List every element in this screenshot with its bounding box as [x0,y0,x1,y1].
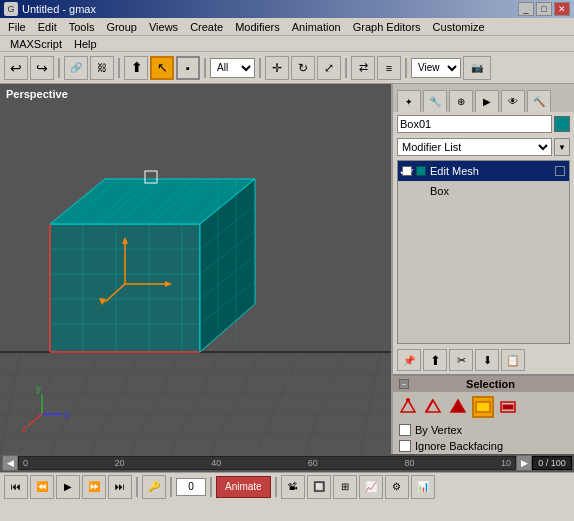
tab-utilities[interactable]: 🔨 [527,90,551,112]
select-edge-button[interactable] [422,396,444,418]
filter-select[interactable]: All Geometry Lights Cameras [210,58,255,78]
undo-button[interactable]: ↩ [4,56,28,80]
tab-hierarchy[interactable]: ⊕ [449,90,473,112]
animate-separator [275,477,277,497]
menu-views[interactable]: Views [143,20,184,34]
next-frame-button[interactable]: ⏩ [82,475,106,499]
menu-graph-editors[interactable]: Graph Editors [347,20,427,34]
snap-button[interactable]: 🔲 [307,475,331,499]
minimize-button[interactable]: _ [518,2,534,16]
object-color-swatch[interactable] [554,116,570,132]
select-region-button[interactable]: ▪ [176,56,200,80]
settings-button[interactable]: ⚙ [385,475,409,499]
animate-button[interactable]: Animate [216,476,271,498]
ignore-backfacing-label: Ignore Backfacing [415,440,503,452]
modifier-checkbox-editmesh[interactable]: ✓ [402,166,412,176]
redo-button[interactable]: ↪ [30,56,54,80]
menu-group[interactable]: Group [100,20,143,34]
goto-end-button[interactable]: ⏭ [108,475,132,499]
tab-modify[interactable]: 🔧 [423,90,447,112]
goto-start-button[interactable]: ⏮ [4,475,28,499]
menu-customize[interactable]: Customize [427,20,491,34]
scale-button[interactable]: ⤢ [317,56,341,80]
link-button[interactable]: 🔗 [64,56,88,80]
frame-input[interactable] [176,478,206,496]
svg-text:y: y [36,383,41,394]
maximize-button[interactable]: □ [536,2,552,16]
modifier-color-editmesh [416,166,426,176]
by-vertex-row: By Vertex [393,422,574,438]
timeline-track[interactable]: 0 20 40 60 80 10 [18,456,516,470]
title-bar-controls[interactable]: _ □ ✕ [518,2,570,16]
bottom-toolbar: ⏮ ⏪ ▶ ⏩ ⏭ 🔑 Animate 📽 🔲 ⊞ 📈 ⚙ 📊 [0,472,574,500]
section-collapse-icon[interactable]: − [399,379,409,389]
separator-2 [118,58,120,78]
mini-curve-editor[interactable]: 📈 [359,475,383,499]
tab-motion[interactable]: ▶ [475,90,499,112]
object-name-input[interactable]: Box01 [397,115,552,133]
select-element-button[interactable] [497,396,519,418]
camera-button[interactable]: 📷 [463,56,491,80]
view-select[interactable]: View Screen World Local [411,58,461,78]
modifier-stack-item-editmesh[interactable]: ✓ Edit Mesh [398,161,569,181]
prev-frame-button[interactable]: ⏪ [30,475,54,499]
separator-5 [345,58,347,78]
menu-maxscript[interactable]: MAXScript [4,37,68,51]
play-button[interactable]: ▶ [56,475,80,499]
selection-section-title: Selection [413,378,568,390]
select-polygon-button[interactable] [472,396,494,418]
menu-animation[interactable]: Animation [286,20,347,34]
stack-active-toggle[interactable]: ⬆ [423,349,447,371]
select-vertex-button[interactable] [397,396,419,418]
svg-text:z: z [22,423,27,434]
mirror-button[interactable]: ⇄ [351,56,375,80]
rotate-button[interactable]: ↻ [291,56,315,80]
stack-more-button[interactable]: 📋 [501,349,525,371]
modifier-list-select[interactable]: Modifier List [397,138,552,156]
tick-0: 0 [23,458,28,468]
unlink-button[interactable]: ⛓ [90,56,114,80]
menu-edit[interactable]: Edit [32,20,63,34]
tab-create[interactable]: ✦ [397,90,421,112]
viewport-label: Perspective [6,88,68,100]
by-vertex-checkbox[interactable] [399,424,411,436]
menu-modifiers[interactable]: Modifiers [229,20,286,34]
stack-remove-button[interactable]: ✂ [449,349,473,371]
selection-section-header[interactable]: − Selection [393,376,574,392]
viewport[interactable]: Perspective [0,84,391,454]
timeline-left-arrow[interactable]: ◀ [2,455,18,471]
tab-display[interactable]: 👁 [501,90,525,112]
viewport-layout-button[interactable]: ⊞ [333,475,357,499]
menu-file[interactable]: File [2,20,32,34]
menu-create[interactable]: Create [184,20,229,34]
select-arrow-button[interactable]: ↖ [150,56,174,80]
modifier-label-box: Box [430,185,565,197]
select-face-button[interactable] [447,396,469,418]
tick-80: 80 [404,458,414,468]
frame-counter[interactable]: 0 / 100 [532,456,572,470]
close-button[interactable]: ✕ [554,2,570,16]
transform-type-in-button[interactable]: 📊 [411,475,435,499]
stack-configure-button[interactable]: ⬇ [475,349,499,371]
svg-text:x: x [64,409,69,420]
align-button[interactable]: ≡ [377,56,401,80]
modifier-dropdown-button[interactable]: ▼ [554,138,570,156]
select-button[interactable]: ⬆ [124,56,148,80]
main-area: Perspective [0,84,574,454]
separator-4 [259,58,261,78]
stack-pin-button[interactable]: 📌 [397,349,421,371]
render-button[interactable]: 📽 [281,475,305,499]
menu-tools[interactable]: Tools [63,20,101,34]
move-button[interactable]: ✛ [265,56,289,80]
timeline-right-arrow[interactable]: ▶ [516,455,532,471]
modifier-label-editmesh: Edit Mesh [430,165,551,177]
separator-6 [405,58,407,78]
menu-bar: File Edit Tools Group Views Create Modif… [0,18,574,36]
title-bar-left: G Untitled - gmax [4,2,96,16]
key-frame-button[interactable]: 🔑 [142,475,166,499]
ignore-backfacing-checkbox[interactable] [399,440,411,452]
tick-100: 10 [501,458,511,468]
modifier-stack-item-box[interactable]: Box [398,181,569,201]
menu-help[interactable]: Help [68,37,103,51]
timeline-ticks: 0 20 40 60 80 10 [19,457,515,469]
